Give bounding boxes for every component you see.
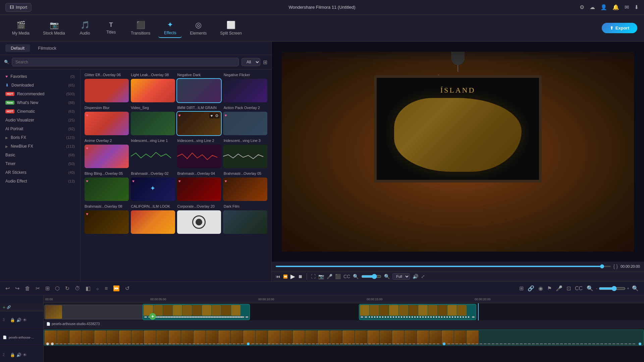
effect-brahm02[interactable]: ♥ ✦ xyxy=(131,177,175,201)
track-add-button[interactable]: ⊞ xyxy=(518,284,525,293)
cut-button[interactable]: ✂ xyxy=(34,284,41,293)
sidebar-item-basic[interactable]: Basic (68) xyxy=(0,151,80,159)
sidebar-item-ar-stickers[interactable]: AR Stickers (40) xyxy=(0,168,80,177)
track-3-clip-gray[interactable] xyxy=(44,305,148,319)
download-icon[interactable]: ⬇ xyxy=(634,4,639,10)
voiceover-btn[interactable]: 🎤 xyxy=(554,284,564,293)
effect-dispersion[interactable]: ♥ xyxy=(85,112,129,135)
settings-icon[interactable]: ⚙ xyxy=(580,4,584,10)
marker-button[interactable]: ⚑ xyxy=(546,284,553,293)
import-button[interactable]: 🎞 Import xyxy=(5,3,32,12)
zoom-out-icon[interactable]: 🔍 xyxy=(384,274,390,279)
scrubber-handle[interactable] xyxy=(600,264,604,268)
tab-default[interactable]: Default xyxy=(5,44,30,52)
quality-select[interactable]: Full 1/2 1/4 xyxy=(392,273,410,280)
captions-icon[interactable]: CC xyxy=(343,274,350,279)
filter-button[interactable]: ⬦ xyxy=(95,284,101,293)
adjust-button[interactable]: ≡ xyxy=(103,284,109,293)
delete-button[interactable]: 🗑 xyxy=(23,284,32,293)
track-2-lock-icon[interactable]: 🔒 xyxy=(10,353,15,357)
play-button[interactable]: ▶ xyxy=(290,273,295,280)
zoom-slider[interactable] xyxy=(361,274,381,279)
sidebar-item-newblue-fx[interactable]: ▶ NewBlue FX (112) xyxy=(0,142,80,151)
add-track-icon[interactable]: + xyxy=(3,305,5,310)
effect-anime2[interactable]: ♥ xyxy=(85,145,129,168)
stop-button[interactable]: ⏹ xyxy=(298,274,303,279)
effect-videoseg[interactable] xyxy=(131,112,175,135)
track-link-icon[interactable]: 🔗 xyxy=(7,305,11,309)
sidebar-item-favorites[interactable]: ♥ Favorites (0) xyxy=(0,72,80,81)
effect-iridescent2[interactable] xyxy=(177,145,221,168)
track-2-audio-icon[interactable]: 🔊 xyxy=(16,353,21,357)
effect-california[interactable] xyxy=(131,210,175,234)
effect-darkfilm[interactable] xyxy=(223,210,267,234)
account-icon[interactable]: 👤 xyxy=(600,4,607,10)
voiceover-icon[interactable]: 🎤 xyxy=(327,274,332,279)
zoom-fit-button[interactable]: 🔍 xyxy=(585,284,595,293)
effect-brahm04[interactable]: ♥ xyxy=(177,177,221,201)
track-3-clip-teal-1[interactable] xyxy=(143,304,250,320)
sidebar-item-ai-portrait[interactable]: AI Portrait (92) xyxy=(0,124,80,133)
cloud-icon[interactable]: ☁ xyxy=(590,4,595,10)
8mm-heart-action[interactable]: ♥ xyxy=(209,113,214,118)
toolbar-audio[interactable]: 🎵 Audio xyxy=(73,19,97,38)
toolbar-effects[interactable]: ✦ Effects xyxy=(158,18,182,38)
effect-actionpack[interactable]: ♥ xyxy=(223,112,267,135)
step-back-button[interactable]: ⏮ xyxy=(276,274,280,279)
render-icon[interactable]: ⬛ xyxy=(335,274,341,279)
sidebar-item-whats-new[interactable]: New What's New (88) xyxy=(0,98,80,107)
effect-negativedark[interactable] xyxy=(177,79,221,102)
sidebar-item-audio-visualizer[interactable]: Audio Visualizer (25) xyxy=(0,116,80,124)
sidebar-item-audio-effect[interactable]: Audio Effect (12) xyxy=(0,177,80,186)
sidebar-item-boris-fx[interactable]: ▶ Boris FX (123) xyxy=(0,133,80,142)
fullscreen-icon[interactable]: ⛶ xyxy=(311,274,316,279)
redo-button[interactable]: ↪ xyxy=(14,284,21,293)
effect-negativeflicker[interactable] xyxy=(223,79,267,102)
forward-button[interactable]: ⏩ xyxy=(112,284,121,293)
split-button[interactable]: ◧ xyxy=(84,284,92,293)
toolbar-split-screen[interactable]: ⬜ Split Screen xyxy=(215,19,247,38)
effect-iridescent3[interactable] xyxy=(223,145,267,168)
bracket-right-icon[interactable]: } xyxy=(616,264,618,269)
render-preview-button[interactable]: ◉ xyxy=(537,284,544,293)
frame-back-button[interactable]: ⏪ xyxy=(283,274,288,279)
filter-select[interactable]: All xyxy=(241,58,260,66)
zoom-in-timeline[interactable]: 🔍 xyxy=(631,284,640,293)
sidebar-item-downloaded[interactable]: ⬇ Downloaded (65) xyxy=(0,81,80,90)
toolbar-elements[interactable]: ◎ Elements xyxy=(184,19,212,38)
effect-lightleak[interactable] xyxy=(131,79,175,102)
snapshot-icon[interactable]: 📷 xyxy=(318,274,324,279)
rotate-button[interactable]: ↻ xyxy=(64,284,71,293)
transform-button[interactable]: ⬡ xyxy=(54,284,61,293)
volume-icon[interactable]: 🔊 xyxy=(413,274,418,279)
add-clip-button[interactable]: + xyxy=(149,313,156,320)
effect-bling[interactable]: ♥ xyxy=(85,177,129,201)
notification-icon[interactable]: 🔔 xyxy=(612,4,619,10)
sidebar-item-cinematic[interactable]: HOT Cinematic (63) xyxy=(0,107,80,116)
toolbar-stock-media[interactable]: 📷 Stock Media xyxy=(38,19,70,38)
effect-corporate20[interactable] xyxy=(177,210,221,234)
track-2-eye-icon[interactable]: 👁 xyxy=(23,353,27,357)
timeline-zoom-slider[interactable] xyxy=(599,286,626,291)
effect-brahm08[interactable]: ♥ xyxy=(85,210,129,234)
track-3-lock-icon[interactable]: 🔒 xyxy=(10,318,15,322)
backward-button[interactable]: ↺ xyxy=(124,284,131,293)
toolbar-titles[interactable]: T Titles xyxy=(99,19,123,37)
timer-button[interactable]: ⏱ xyxy=(73,284,82,293)
track-3-audio-icon[interactable]: 🔊 xyxy=(16,318,21,322)
bracket-left-icon[interactable]: { xyxy=(613,264,615,269)
magnet-button[interactable]: 🔗 xyxy=(526,284,536,293)
track-3-eye-icon[interactable]: 👁 xyxy=(23,318,27,322)
tab-filmstock[interactable]: Filmstock xyxy=(33,44,62,52)
grid-view-icon[interactable]: ⊞ xyxy=(263,59,267,65)
search-input[interactable] xyxy=(12,58,239,66)
effect-iridescent1[interactable] xyxy=(131,145,175,168)
message-icon[interactable]: ✉ xyxy=(625,4,629,10)
sidebar-item-recommended[interactable]: HOT Recommended (500) xyxy=(0,90,80,98)
undo-button[interactable]: ↩ xyxy=(4,284,11,293)
toolbar-transitions[interactable]: ⬛ Transitions xyxy=(125,19,156,38)
8mm-gear-icon[interactable]: ⚙ xyxy=(214,113,220,118)
pip-button[interactable]: ⊡ xyxy=(565,284,572,293)
track-3-clip-teal-2[interactable] xyxy=(359,304,476,320)
export-button[interactable]: ⬆ Export xyxy=(602,23,637,33)
